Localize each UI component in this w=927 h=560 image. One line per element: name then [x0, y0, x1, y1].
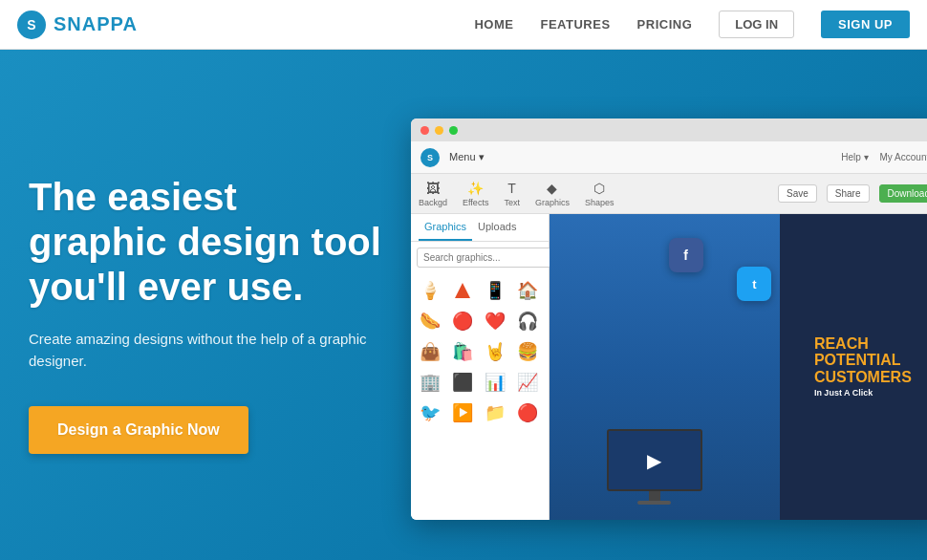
window-close-dot	[420, 126, 429, 135]
iconbar-graphics[interactable]: ◆ Graphics	[535, 181, 570, 207]
app-preview-window: S Menu ▾ Help ▾ My Account ▾ 🖼 Backgd ✨ …	[411, 118, 927, 520]
window-maximize-dot	[449, 126, 458, 135]
app-logo-small: S	[420, 148, 440, 167]
list-item[interactable]: ❤️	[482, 308, 508, 334]
list-item[interactable]: ⬛	[449, 369, 476, 396]
list-item[interactable]: 📊	[482, 369, 508, 396]
list-item[interactable]: 🍦	[417, 277, 443, 304]
list-item[interactable]: ▶️	[449, 399, 476, 426]
tab-graphics[interactable]: Graphics	[419, 214, 472, 241]
login-button[interactable]: LOG IN	[719, 11, 794, 38]
list-item[interactable]: 🤘	[482, 338, 508, 365]
panel-search: Search	[411, 242, 549, 273]
list-item[interactable]: 🏢	[417, 369, 443, 396]
list-item[interactable]: 🌭	[417, 308, 443, 334]
list-item[interactable]: 🔴	[514, 399, 541, 426]
brand-name: SNAPPA	[54, 13, 138, 35]
reach-content: REACH POTENTIAL CUSTOMERS In Just A Clic…	[814, 335, 912, 399]
download-button[interactable]: Download	[879, 184, 927, 203]
list-item[interactable]: 🛍️	[449, 338, 476, 365]
hero-title: The easiest graphic design tool you'll e…	[29, 175, 382, 311]
navbar: S SNAPPA HOME FEATURES PRICING LOG IN SI…	[0, 0, 927, 50]
share-button[interactable]: Share	[827, 184, 870, 203]
logo[interactable]: S SNAPPA	[17, 11, 138, 39]
hero-left: The easiest graphic design tool you'll e…	[29, 156, 382, 455]
app-menu[interactable]: Menu ▾	[449, 151, 485, 163]
list-item[interactable]: 🔴	[449, 308, 476, 334]
monitor-base	[637, 501, 671, 505]
app-toolbar-right: Help ▾ My Account ▾	[841, 152, 927, 162]
iconbar-shapes[interactable]: ⬡ Shapes	[585, 181, 614, 207]
hero-subtitle: Create amazing designs without the help …	[29, 329, 382, 372]
account-link[interactable]: My Account ▾	[880, 152, 927, 162]
monitor-stand	[649, 491, 660, 501]
save-button[interactable]: Save	[778, 184, 817, 203]
logo-icon: S	[17, 11, 46, 39]
nav-home[interactable]: HOME	[474, 17, 513, 32]
list-item[interactable]: 🍔	[514, 338, 541, 365]
design-canvas: f t ▶	[550, 214, 927, 520]
cta-button[interactable]: Design a Graphic Now	[29, 406, 248, 454]
twitter-icon: t	[737, 267, 771, 301]
window-chrome	[411, 118, 927, 141]
list-item[interactable]: 🏠	[514, 277, 541, 304]
icons-grid: 🍦 📱 🏠 🌭 🔴 ❤️ 🎧 👜 🛍️ 🤘 🍔	[411, 273, 549, 430]
nav-pricing[interactable]: PRICING	[637, 17, 693, 32]
canvas-area[interactable]: f t ▶	[550, 214, 927, 520]
signup-button[interactable]: SIGN UP	[821, 11, 910, 38]
help-link[interactable]: Help ▾	[841, 152, 868, 162]
svg-marker-0	[455, 283, 470, 298]
list-item[interactable]	[449, 277, 476, 304]
graphics-panel: Graphics Uploads Search 🍦 📱 🏠	[411, 214, 550, 520]
list-item[interactable]: 🐦	[417, 399, 443, 426]
list-item[interactable]: 📈	[514, 369, 541, 396]
window-minimize-dot	[435, 126, 443, 135]
iconbar-text[interactable]: T Text	[504, 181, 520, 207]
app-body: Graphics Uploads Search 🍦 📱 🏠	[411, 214, 927, 520]
list-item[interactable]: 📁	[482, 399, 508, 426]
list-item[interactable]: 🎧	[514, 308, 541, 334]
monitor-screen: ▶	[607, 429, 702, 491]
search-graphics-input[interactable]	[417, 248, 551, 268]
facebook-icon: f	[669, 238, 703, 272]
nav-links: HOME FEATURES PRICING LOG IN SIGN UP	[474, 11, 910, 38]
monitor-graphic: ▶	[597, 429, 712, 506]
nav-features[interactable]: FEATURES	[540, 17, 610, 32]
icon-bar-actions: Save Share Download	[778, 184, 927, 203]
panel-tabs: Graphics Uploads	[411, 214, 549, 242]
hero-section: The easiest graphic design tool you'll e…	[0, 50, 927, 560]
iconbar-background[interactable]: 🖼 Backgd	[419, 181, 447, 207]
list-item[interactable]: 👜	[417, 338, 443, 365]
tab-uploads[interactable]: Uploads	[472, 214, 522, 241]
iconbar-effects[interactable]: ✨ Effects	[463, 181, 488, 207]
list-item[interactable]: 📱	[482, 277, 508, 304]
hero-right: S Menu ▾ Help ▾ My Account ▾ 🖼 Backgd ✨ …	[382, 90, 927, 520]
icon-bar: 🖼 Backgd ✨ Effects T Text ◆ Graphics ⬡	[411, 174, 927, 214]
app-toolbar: S Menu ▾ Help ▾ My Account ▾	[411, 141, 927, 174]
reach-text: REACH POTENTIAL CUSTOMERS In Just A Clic…	[814, 335, 912, 399]
reach-banner: REACH POTENTIAL CUSTOMERS In Just A Clic…	[780, 214, 927, 520]
